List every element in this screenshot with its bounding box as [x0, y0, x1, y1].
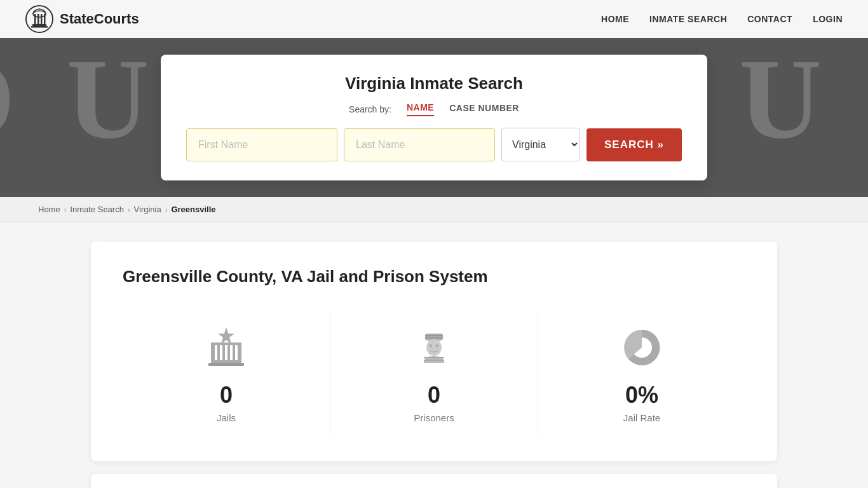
last-name-input[interactable]	[344, 128, 495, 161]
nav-home[interactable]: HOME	[601, 14, 629, 24]
prisoner-icon	[409, 322, 459, 373]
first-name-input[interactable]	[186, 128, 337, 161]
svg-rect-7	[31, 26, 48, 28]
svg-rect-13	[230, 345, 233, 360]
svg-point-22	[436, 344, 438, 348]
chart-icon	[616, 322, 667, 373]
tab-name[interactable]: NAME	[407, 102, 434, 116]
breadcrumb-current: Greensville	[171, 205, 215, 214]
jail-rate-value: 0%	[625, 382, 658, 409]
partial-card: How Does Greensville County Inmate Searc…	[91, 474, 777, 488]
stat-jail-rate: 0% Jail Rate	[538, 309, 745, 436]
nav-links: HOME INMATE SEARCH CONTACT LOGIN	[601, 14, 843, 24]
svg-point-21	[430, 344, 432, 348]
svg-rect-6	[32, 24, 46, 26]
search-card: Virginia Inmate Search Search by: NAME C…	[161, 55, 707, 180]
svg-rect-15	[208, 363, 244, 366]
breadcrumb-sep-1: ›	[64, 206, 67, 214]
logo-link[interactable]: StateCourts	[25, 5, 139, 33]
svg-rect-5	[44, 14, 46, 24]
main-content: Greensville County, VA Jail and Prison S…	[65, 241, 803, 488]
logo-icon	[25, 5, 53, 33]
stat-jails: 0 Jails	[123, 309, 330, 436]
svg-rect-2	[34, 14, 36, 24]
search-fields: Virginia SEARCH »	[186, 128, 682, 161]
search-by-label: Search by:	[349, 104, 391, 114]
nav-login[interactable]: LOGIN	[813, 14, 843, 24]
tab-case-number[interactable]: CASE NUMBER	[449, 103, 519, 116]
svg-rect-12	[225, 345, 227, 360]
logo-text: StateCourts	[60, 11, 139, 27]
svg-rect-10	[215, 345, 217, 360]
svg-marker-8	[218, 327, 234, 344]
breadcrumb-virginia[interactable]: Virginia	[134, 205, 161, 214]
search-button[interactable]: SEARCH »	[587, 128, 682, 161]
nav-contact[interactable]: CONTACT	[747, 14, 792, 24]
svg-rect-3	[37, 14, 39, 24]
stats-card: Greensville County, VA Jail and Prison S…	[91, 241, 777, 461]
stats-card-title: Greensville County, VA Jail and Prison S…	[123, 267, 745, 287]
nav-inmate-search[interactable]: INMATE SEARCH	[649, 14, 727, 24]
prisoners-label: Prisoners	[414, 412, 454, 423]
stats-row: 0 Jails	[123, 309, 745, 436]
breadcrumb-bar: Home › Inmate Search › Virginia › Greens…	[0, 197, 868, 222]
jails-label: Jails	[217, 412, 236, 423]
prisoners-value: 0	[428, 382, 440, 409]
jails-value: 0	[220, 382, 233, 409]
search-by-row: Search by: NAME CASE NUMBER	[186, 102, 682, 116]
breadcrumb-sep-3: ›	[165, 206, 168, 214]
svg-point-0	[26, 6, 53, 32]
state-select[interactable]: Virginia	[501, 128, 580, 161]
svg-rect-18	[425, 335, 443, 336]
search-card-wrapper: Virginia Inmate Search Search by: NAME C…	[0, 38, 868, 197]
svg-point-20	[426, 339, 442, 356]
svg-rect-4	[41, 14, 43, 24]
breadcrumb-sep-2: ›	[128, 206, 130, 214]
breadcrumb-inmate-search[interactable]: Inmate Search	[70, 205, 124, 214]
breadcrumb: Home › Inmate Search › Virginia › Greens…	[38, 205, 830, 214]
breadcrumb-home[interactable]: Home	[38, 205, 60, 214]
jail-rate-label: Jail Rate	[623, 412, 660, 423]
svg-rect-19	[425, 337, 443, 339]
stat-prisoners: 0 Prisoners	[330, 309, 538, 436]
search-card-title: Virginia Inmate Search	[186, 74, 682, 93]
svg-rect-11	[220, 345, 222, 360]
jail-icon	[201, 322, 252, 373]
navbar: StateCourts HOME INMATE SEARCH CONTACT L…	[0, 0, 868, 38]
svg-rect-14	[235, 345, 238, 360]
